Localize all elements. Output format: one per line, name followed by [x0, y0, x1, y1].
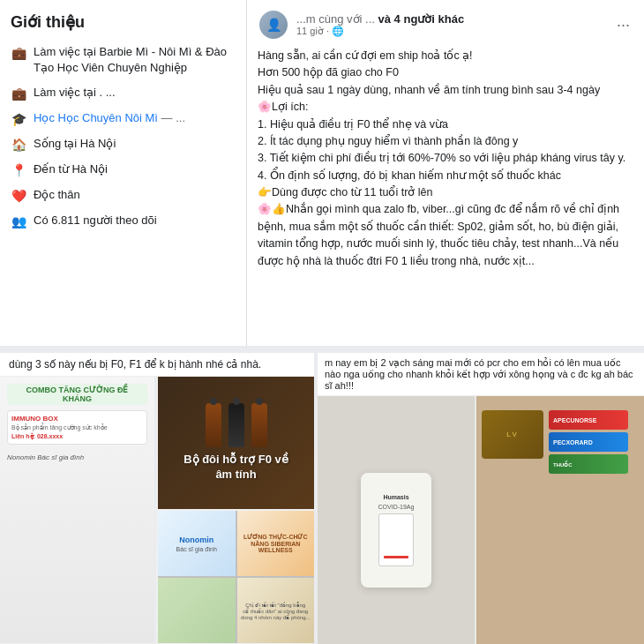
bodoi-label: Bộ đôi hỗ trợ F0 vềâm tính — [183, 453, 288, 483]
info-item-city: 🏠 Sống tại Hà Nội — [11, 136, 236, 153]
medicine-boxes: APECUNORSE PECXORARD THUỐC — [549, 401, 628, 474]
avatar-group: 👤 — [258, 9, 289, 41]
novomin-image: Nonomin Bác sĩ gia đình — [158, 511, 236, 576]
siberian-image: LƯƠNG THỰC-CHỨC NĂNG SIBERIAN WELLNESS — [237, 511, 315, 576]
page-container: Giới thiệu 💼 Làm việc tại Barbie Mì - Nô… — [0, 0, 644, 644]
info-item-edu: 🎓 Học Học Chuyên Nôi Mì — ... — [11, 110, 236, 127]
briefcase-icon: 💼 — [11, 45, 26, 61]
info-item-followers: 👥 Có 6.811 người theo dõi — [11, 213, 236, 229]
info-text-edu: Học Học Chuyên Nôi Mì — ... — [34, 110, 185, 126]
product-main-image: COMBO TĂNG CƯỜNG ĐỀ KHÁNG IMMUNO BOX Bộ … — [0, 377, 156, 643]
post-author-names: ...m cùng với ... và 4 người khác — [296, 12, 606, 26]
post-body: Hàng sẵn, ai cần cứ đợi em ship hoả tốc … — [258, 48, 633, 270]
bottom-left-panel: dùng 3 số này nếu bị F0, F1 để k bị hành… — [0, 353, 318, 644]
test-brand: Humasis — [383, 494, 408, 500]
more-options-button[interactable]: ··· — [613, 16, 633, 34]
top-section: Giới thiệu 💼 Làm việc tại Barbie Mì - Nô… — [0, 0, 644, 353]
bodoi-image: Bộ đôi hỗ trợ F0 vềâm tính — [158, 377, 314, 509]
small-grid: Nonomin Bác sĩ gia đình LƯƠNG THỰC-CHỨC … — [158, 511, 314, 643]
info-item-work1: 💼 Làm việc tại Barbie Mì - Nôi Mì & Đào … — [11, 44, 236, 76]
test-kit-image: Humasis COVID-19Ag — [318, 396, 475, 644]
immuno-box: IMMUNO BOX Bộ sản phẩm tăng cường sức kh… — [7, 410, 147, 445]
post-time: 11 giờ · 🌐 — [296, 26, 606, 37]
medicine-box-2: PECXORARD — [549, 432, 628, 452]
bottle-1 — [206, 403, 221, 447]
info-item-work2: 💼 Làm việc tại . ... — [11, 85, 236, 101]
home-icon: 🏠 — [11, 137, 26, 153]
info-text-followers: Có 6.811 người theo dõi — [34, 213, 157, 228]
followers-icon: 👥 — [11, 213, 26, 229]
intro-title: Giới thiệu — [11, 12, 236, 32]
blurred-image — [158, 578, 236, 643]
info-item-from: 📍 Đến từ Hà Nội — [11, 161, 236, 178]
bottom-right-snippet: m nay em bị 2 vạch sáng mai mới có pcr c… — [318, 353, 644, 396]
test-strip — [378, 513, 414, 566]
info-text-from: Đến từ Hà Nội — [34, 161, 108, 177]
test-line-positive — [384, 556, 408, 558]
novomin-label: Nonomin Bác sĩ gia đình — [7, 453, 147, 461]
medicine-box-1: APECUNORSE — [549, 410, 628, 430]
bottom-right-images: Humasis COVID-19Ag LV — [318, 396, 644, 644]
briefcase-icon-2: 💼 — [11, 86, 26, 101]
heart-icon: ❤️ — [11, 188, 26, 204]
medicine-box-3: THUỐC — [549, 454, 628, 474]
caption-image: Chị ơi tết tết "đồng bằngcổ thuốc dân" a… — [237, 578, 315, 643]
info-text-city: Sống tại Hà Nội — [34, 136, 116, 152]
location-icon: 📍 — [11, 162, 26, 178]
info-text-work1: Làm việc tại Barbie Mì - Nôi Mì & Đào Tạ… — [34, 44, 236, 76]
graduation-icon: 🎓 — [11, 111, 26, 127]
bottom-section: dùng 3 số này nếu bị F0, F1 để k bị hành… — [0, 353, 644, 644]
covid-test-kit: Humasis COVID-19Ag — [361, 473, 431, 588]
post-meta: ...m cùng với ... và 4 người khác 11 giờ… — [296, 12, 606, 37]
bottle-2 — [228, 403, 244, 447]
combo-label: COMBO TĂNG CƯỜNG ĐỀ KHÁNG — [7, 384, 147, 405]
test-name: COVID-19Ag — [378, 504, 415, 510]
info-text-relationship: Độc thân — [34, 187, 80, 203]
medicine-image: LV APECUNORSE PECXORARD THUỐC — [476, 396, 644, 644]
right-panel: 👤 ...m cùng với ... và 4 người khác 11 g… — [247, 0, 644, 346]
left-panel: Giới thiệu 💼 Làm việc tại Barbie Mì - Nô… — [0, 0, 247, 346]
post-header: 👤 ...m cùng với ... và 4 người khác 11 g… — [258, 9, 633, 41]
lv-bag: LV — [482, 410, 543, 459]
bottom-right-panel: m nay em bị 2 vạch sáng mai mới có pcr c… — [318, 353, 644, 644]
info-text-work2: Làm việc tại . ... — [34, 85, 116, 101]
avatar-main: 👤 — [258, 9, 289, 41]
bottle-3 — [251, 403, 267, 447]
info-item-relationship: ❤️ Độc thân — [11, 187, 236, 204]
bottom-left-images: COMBO TĂNG CƯỜNG ĐỀ KHÁNG IMMUNO BOX Bộ … — [0, 377, 314, 643]
small-images-grid: Nonomin Bác sĩ gia đình LƯƠNG THỰC-CHỨC … — [158, 511, 314, 643]
bottom-left-snippet: dùng 3 số này nếu bị F0, F1 để k bị hành… — [0, 353, 314, 377]
